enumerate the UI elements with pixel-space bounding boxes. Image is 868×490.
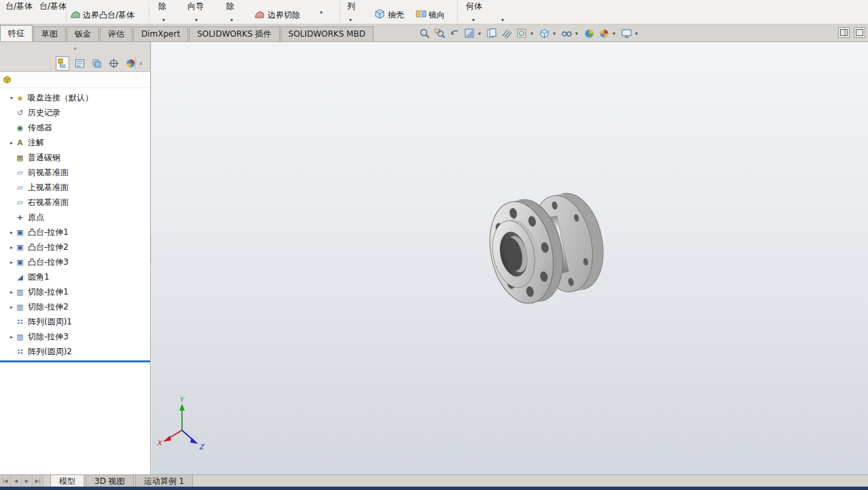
- reference-geometry-button[interactable]: 何体: [466, 1, 482, 12]
- hole-wizard-button[interactable]: 向导: [187, 1, 204, 12]
- annotations-icon: [15, 138, 25, 148]
- tree-expand-caret[interactable]: ▸: [8, 244, 15, 250]
- sheet-nav-button[interactable]: ▶: [22, 475, 33, 487]
- chevron-down-icon[interactable]: ▾: [530, 31, 536, 37]
- tree-item[interactable]: 圆角1: [0, 269, 150, 284]
- view-settings-icon[interactable]: [620, 27, 633, 40]
- panel-flyout-arrow[interactable]: ›: [135, 57, 146, 69]
- orientation-triad[interactable]: Y X Z: [157, 396, 205, 451]
- chevron-down-icon[interactable]: ▾: [575, 31, 581, 37]
- tree-expand-caret[interactable]: ▸: [8, 259, 15, 265]
- tree-item[interactable]: 前视基准面: [0, 165, 150, 180]
- chevron-down-icon[interactable]: ▾: [230, 17, 233, 23]
- tree-item[interactable]: 传感器: [0, 120, 150, 135]
- feature-manager-tab[interactable]: [56, 56, 69, 71]
- revolved-boss-base-button[interactable]: 台/基体: [39, 1, 67, 12]
- chevron-down-icon[interactable]: ▾: [162, 17, 165, 23]
- nav-arrow-icon: ◀: [14, 478, 18, 484]
- command-tab-label: 特征: [8, 29, 24, 38]
- extruded-boss-base-button[interactable]: 台/基体: [5, 1, 33, 12]
- tree-item[interactable]: 阵列(圆周)1: [0, 314, 150, 329]
- revolved-cut-button[interactable]: 除: [226, 1, 234, 12]
- triad-z-label: Z: [199, 443, 205, 451]
- mirror-button[interactable]: 镜向: [429, 10, 445, 21]
- boundary-cut-button[interactable]: 边界切除: [268, 10, 300, 21]
- command-tab[interactable]: 评估: [100, 26, 132, 41]
- section-view-icon[interactable]: [463, 27, 476, 40]
- tree-item[interactable]: ▸ 切除-拉伸1: [0, 284, 150, 299]
- chevron-down-icon[interactable]: ▾: [553, 31, 558, 37]
- chevron-down-icon[interactable]: ▾: [195, 17, 198, 23]
- dimxpert-manager-tab[interactable]: [107, 56, 120, 71]
- command-tab[interactable]: 草图: [33, 26, 66, 41]
- tree-expand-caret[interactable]: ▸: [8, 229, 15, 235]
- sheet-tab[interactable]: 3D 视图: [86, 475, 134, 487]
- shell-button[interactable]: 抽壳: [388, 10, 404, 21]
- zoom-to-fit-icon[interactable]: [418, 27, 431, 40]
- sheet-tab[interactable]: 运动算例 1: [135, 475, 193, 487]
- command-tab[interactable]: DimXpert: [133, 26, 188, 41]
- boundary-boss-base-button[interactable]: 边界凸台/基体: [83, 10, 134, 21]
- sheet-tabs: 模型 3D 视图 运动算例 1: [50, 475, 194, 487]
- edit-appearance-icon[interactable]: [583, 27, 596, 40]
- rollback-bar[interactable]: [0, 360, 150, 362]
- full-pane-button[interactable]: [854, 27, 865, 38]
- plane-icon: [15, 197, 25, 208]
- display-style-icon[interactable]: [538, 27, 551, 40]
- command-tab[interactable]: SOLIDWORKS 插件: [189, 26, 279, 41]
- tree-item[interactable]: 上视基准面: [0, 180, 150, 195]
- flange-model[interactable]: [481, 185, 612, 309]
- tree-expand-caret[interactable]: ▸: [8, 304, 15, 310]
- extruded-cut-button[interactable]: 除: [158, 1, 166, 12]
- configuration-manager-tab[interactable]: [90, 56, 103, 71]
- tree-expand-caret[interactable]: ▸: [8, 289, 15, 295]
- annotation-views-icon[interactable]: [486, 27, 499, 40]
- tree-item[interactable]: ▸ 凸台-拉伸2: [0, 240, 150, 255]
- plane-icon: [15, 168, 25, 178]
- ribbon-separator: [457, 1, 458, 22]
- tree-item[interactable]: ▾ 吸盘连接（默认）: [0, 90, 150, 105]
- tree-item[interactable]: 普通碳钢: [0, 150, 150, 165]
- graphics-viewport[interactable]: Y X Z: [151, 42, 868, 474]
- tree-item[interactable]: 历史记录: [0, 105, 150, 120]
- split-pane-button[interactable]: [838, 27, 850, 38]
- sheet-nav-button[interactable]: ◀: [11, 475, 22, 487]
- tree-item[interactable]: 阵列(圆周)2: [0, 344, 150, 359]
- hide-show-items-icon[interactable]: [560, 27, 573, 40]
- command-tab[interactable]: 钣金: [67, 26, 99, 41]
- tree-item[interactable]: ▸ 切除-拉伸2: [0, 299, 150, 314]
- chevron-down-icon[interactable]: ▾: [478, 31, 484, 37]
- chevron-down-icon[interactable]: ▾: [320, 10, 323, 16]
- pattern-icon: [15, 347, 25, 357]
- sheet-nav-button[interactable]: |◀: [0, 475, 11, 487]
- sheet-tab[interactable]: 模型: [50, 475, 84, 487]
- tree-item[interactable]: ▸ 凸台-拉伸3: [0, 255, 150, 269]
- tree-item[interactable]: ▸ 凸台-拉伸1: [0, 225, 150, 240]
- chevron-down-icon[interactable]: ▾: [349, 17, 352, 23]
- tree-item[interactable]: 原点: [0, 210, 150, 225]
- tree-expand-caret[interactable]: ▸: [8, 140, 15, 146]
- command-tab[interactable]: SOLIDWORKS MBD: [281, 26, 374, 41]
- tree-item-label: 阵列(圆周)2: [28, 346, 72, 358]
- tree-item[interactable]: ▸ 注解: [0, 135, 150, 150]
- chevron-down-icon[interactable]: ▾: [635, 31, 640, 37]
- command-tab[interactable]: 特征: [0, 25, 33, 41]
- chevron-down-icon[interactable]: ▾: [501, 17, 504, 23]
- tree-item[interactable]: ▸ 切除-拉伸3: [0, 329, 150, 344]
- property-manager-tab[interactable]: [73, 56, 86, 71]
- tree-item[interactable]: 右视基准面: [0, 195, 150, 210]
- tree-expand-caret[interactable]: ▸: [8, 334, 15, 340]
- viewport-canvas[interactable]: Y X Z: [151, 42, 868, 474]
- chevron-down-icon[interactable]: ▾: [472, 17, 475, 23]
- chevron-down-icon[interactable]: ▾: [613, 31, 618, 37]
- mirror-icon: [416, 8, 427, 19]
- appearance-ball-icon[interactable]: [516, 27, 528, 40]
- panel-scroll-up[interactable]: ▴: [0, 42, 150, 55]
- sheet-nav-button[interactable]: ▶|: [33, 475, 43, 487]
- hatch-measure-icon[interactable]: [501, 27, 513, 40]
- zoom-to-area-icon[interactable]: [433, 27, 446, 40]
- previous-view-icon[interactable]: [448, 27, 461, 40]
- apply-scene-icon[interactable]: [598, 27, 611, 40]
- pattern-button[interactable]: 列: [347, 1, 355, 12]
- tree-expand-caret[interactable]: ▾: [8, 95, 15, 101]
